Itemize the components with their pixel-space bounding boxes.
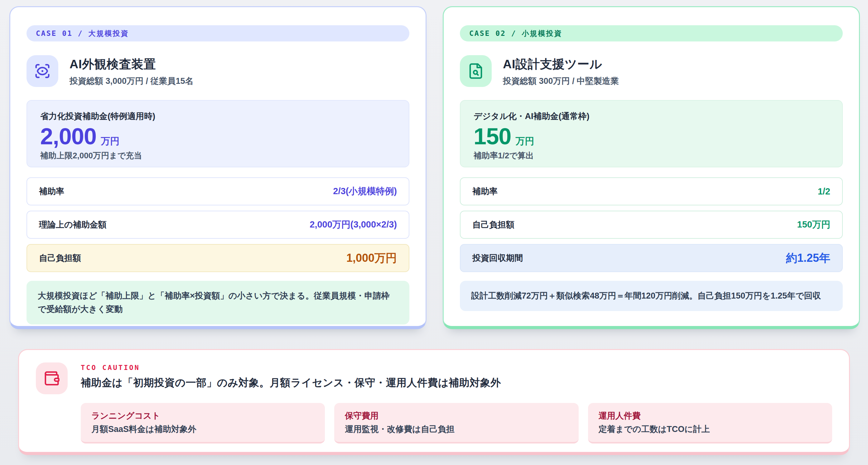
tco-caution-label: TCO CAUTION [81, 362, 501, 371]
row-label: 自己負担額 [39, 253, 81, 264]
row-value: 2/3(小規模特例) [333, 185, 397, 198]
chip-desc: 定着までの工数はTCOに計上 [599, 424, 822, 435]
table-row: 自己負担額 150万円 [460, 211, 843, 239]
chip-running-cost: ランニングコスト 月額SaaS料金は補助対象外 [81, 403, 325, 443]
chip-title: 運用人件費 [599, 410, 822, 421]
row-label: 理論上の補助金額 [39, 219, 106, 230]
case-01-detail-rows: 補助率 2/3(小規模特例) 理論上の補助金額 2,000万円(3,000×2/… [27, 177, 409, 272]
table-row-payback-period: 投資回収期間 約1.25年 [460, 244, 843, 272]
case-title: AI設計支援ツール [503, 56, 619, 73]
row-label: 補助率 [472, 186, 498, 197]
row-value: 150万円 [797, 219, 830, 231]
subsidy-name: 省力化投資補助金(特例適用時) [40, 111, 396, 122]
case-02-subsidy-highlight: デジタル化・AI補助金(通常枠) 150 万円 補助率1/2で算出 [460, 100, 843, 167]
case-01-header: AI外観検査装置 投資総額 3,000万円 / 従業員15名 [27, 55, 409, 87]
tco-caution-text: TCO CAUTION 補助金は「初期投資の一部」のみ対象。月額ライセンス・保守… [81, 362, 501, 394]
subsidy-amount: 2,000 万円 [40, 124, 396, 149]
table-row-self-payment: 自己負担額 1,000万円 [27, 244, 409, 272]
chip-title: 保守費用 [345, 410, 568, 421]
case-02-badge: CASE 02 / 小規模投資 [460, 25, 843, 41]
subsidy-note: 補助率1/2で算出 [474, 150, 829, 161]
row-label: 補助率 [39, 186, 64, 197]
row-value: 約1.25年 [786, 251, 830, 266]
case-02-detail-rows: 補助率 1/2 自己負担額 150万円 投資回収期間 約1.25年 [460, 177, 843, 272]
table-row: 補助率 2/3(小規模特例) [27, 177, 409, 205]
subsidy-amount-number: 150 [474, 124, 511, 149]
chip-maintenance-cost: 保守費用 運用監視・改修費は自己負担 [334, 403, 578, 443]
wallet-icon [36, 362, 68, 394]
tco-cost-chips: ランニングコスト 月額SaaS料金は補助対象外 保守費用 運用監視・改修費は自己… [81, 403, 832, 443]
subsidy-amount-unit: 万円 [516, 135, 534, 148]
subsidy-note: 補助上限2,000万円まで充当 [40, 150, 396, 161]
row-label: 自己負担額 [472, 219, 515, 230]
case-title: AI外観検査装置 [69, 56, 194, 73]
case-card-01: CASE 01 / 大規模投資 AI外観検査装置 投資総額 3,000万円 / … [9, 6, 427, 329]
case-subtitle: 投資総額 300万円 / 中堅製造業 [503, 75, 619, 87]
case-01-titles: AI外観検査装置 投資総額 3,000万円 / 従業員15名 [69, 56, 194, 87]
table-row: 理論上の補助金額 2,000万円(3,000×2/3) [27, 211, 409, 239]
table-row: 補助率 1/2 [460, 177, 843, 205]
case-card-02: CASE 02 / 小規模投資 AI設計支援ツール 投資総額 300万円 / 中… [443, 6, 860, 329]
case-01-footnote: 大規模投資ほど「補助上限」と「補助率×投資額」の小さい方で決まる。従業員規模・申… [27, 281, 409, 325]
tco-caution-heading: 補助金は「初期投資の一部」のみ対象。月額ライセンス・保守・運用人件費は補助対象外 [81, 376, 501, 390]
case-subtitle: 投資総額 3,000万円 / 従業員15名 [69, 75, 194, 87]
case-01-subsidy-highlight: 省力化投資補助金(特例適用時) 2,000 万円 補助上限2,000万円まで充当 [27, 100, 409, 167]
case-comparison-row: CASE 01 / 大規模投資 AI外観検査装置 投資総額 3,000万円 / … [0, 0, 868, 329]
case-02-titles: AI設計支援ツール 投資総額 300万円 / 中堅製造業 [503, 56, 619, 87]
case-02-header: AI設計支援ツール 投資総額 300万円 / 中堅製造業 [460, 55, 843, 87]
case-01-badge: CASE 01 / 大規模投資 [27, 25, 409, 41]
scan-eye-icon [27, 55, 58, 87]
subsidy-amount-unit: 万円 [101, 135, 119, 148]
row-value: 1/2 [818, 187, 830, 197]
chip-operation-labor-cost: 運用人件費 定着までの工数はTCOに計上 [588, 403, 832, 443]
tco-caution-header: TCO CAUTION 補助金は「初期投資の一部」のみ対象。月額ライセンス・保守… [36, 362, 832, 394]
row-label: 投資回収期間 [472, 253, 523, 264]
tco-caution-panel: TCO CAUTION 補助金は「初期投資の一部」のみ対象。月額ライセンス・保守… [18, 349, 850, 455]
row-value: 1,000万円 [346, 251, 397, 266]
chip-desc: 月額SaaS料金は補助対象外 [91, 424, 314, 435]
chip-title: ランニングコスト [91, 410, 314, 421]
row-value: 2,000万円(3,000×2/3) [310, 219, 397, 231]
subsidy-amount: 150 万円 [474, 124, 829, 149]
case-02-footnote: 設計工数削減72万円＋類似検索48万円＝年間120万円削減。自己負担150万円を… [460, 281, 843, 311]
subsidy-name: デジタル化・AI補助金(通常枠) [474, 111, 829, 122]
subsidy-amount-number: 2,000 [40, 124, 96, 149]
file-search-icon [460, 55, 492, 87]
chip-desc: 運用監視・改修費は自己負担 [345, 424, 568, 435]
